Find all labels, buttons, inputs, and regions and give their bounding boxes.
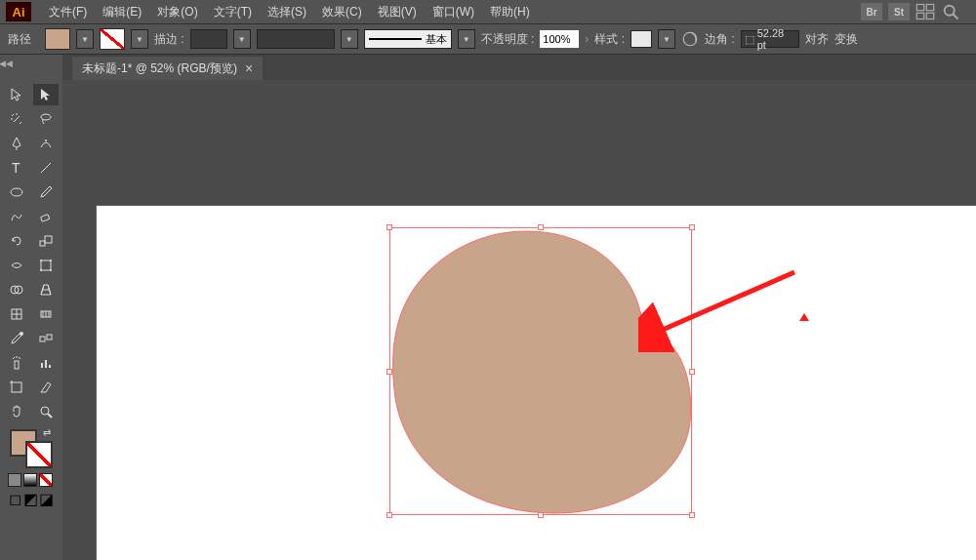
stock-icon[interactable]: St (888, 3, 910, 20)
column-graph-tool[interactable] (33, 352, 59, 374)
stroke-weight-input[interactable] (190, 29, 227, 49)
menu-window[interactable]: 窗口(W) (425, 4, 482, 20)
slice-tool[interactable] (33, 377, 59, 398)
draw-behind[interactable]: ◩ (23, 492, 37, 505)
control-bar: 路径 ▼ ▼ 描边 : ▼ ▼ 基本 ▼ 不透明度 : 100% › 样式 : … (0, 23, 976, 55)
menu-object[interactable]: 对象(O) (149, 4, 205, 20)
swap-colors-icon[interactable]: ⇄ (43, 427, 51, 438)
color-mode-row (4, 473, 59, 487)
tab-close-button[interactable]: × (245, 60, 253, 76)
magic-wand-tool[interactable] (4, 108, 29, 130)
curvature-tool[interactable] (33, 133, 59, 154)
annotation-arrow (638, 264, 804, 352)
ellipse-tool[interactable] (4, 181, 29, 203)
menu-edit[interactable]: 编辑(E) (95, 4, 149, 20)
svg-rect-35 (49, 365, 51, 368)
menu-effect[interactable]: 效果(C) (314, 4, 370, 20)
search-icon[interactable] (941, 3, 960, 20)
fill-dropdown[interactable]: ▼ (76, 29, 94, 49)
width-tool[interactable] (4, 255, 29, 276)
artboard[interactable] (96, 205, 976, 560)
align-button[interactable]: 对齐 (805, 31, 829, 48)
svg-rect-3 (926, 13, 934, 19)
symbol-sprayer-tool[interactable] (4, 352, 29, 374)
svg-rect-12 (40, 215, 49, 221)
document-tab[interactable]: 未标题-1* @ 52% (RGB/预览) × (72, 57, 263, 80)
menubar: Ai 文件(F) 编辑(E) 对象(O) 文字(T) 选择(S) 效果(C) 视… (0, 0, 976, 23)
svg-rect-31 (47, 335, 52, 340)
free-transform-tool[interactable] (33, 255, 59, 276)
svg-point-18 (40, 269, 42, 271)
bridge-icon[interactable]: Br (861, 3, 882, 20)
corner-label: 边角 : (705, 31, 735, 48)
selection-mode-label: 路径 (8, 31, 31, 48)
svg-point-19 (50, 269, 52, 271)
menu-file[interactable]: 文件(F) (41, 4, 95, 20)
style-label: 样式 : (594, 31, 625, 48)
draw-normal[interactable]: ◻ (8, 492, 21, 505)
fill-swatch[interactable] (45, 28, 70, 50)
panel-collapse-handle[interactable]: ◀◀ (0, 57, 12, 70)
shape-builder-tool[interactable] (4, 279, 29, 300)
brush-definition[interactable]: 基本 (364, 29, 452, 49)
line-tool[interactable] (33, 157, 59, 179)
opacity-input[interactable]: 100% (540, 30, 579, 48)
eraser-tool[interactable] (33, 206, 59, 227)
stroke-profile[interactable] (257, 29, 335, 49)
graphic-style[interactable] (630, 30, 652, 48)
menu-type[interactable]: 文字(T) (206, 4, 260, 20)
svg-rect-32 (15, 361, 19, 369)
document-tab-title: 未标题-1* @ 52% (RGB/预览) (82, 60, 237, 77)
menu-select[interactable]: 选择(S) (260, 4, 314, 20)
arrange-icon[interactable] (915, 3, 935, 20)
shaper-tool[interactable] (4, 206, 29, 227)
draw-modes: ◻ ◩ ◪ (4, 492, 59, 505)
pen-tool[interactable] (4, 133, 29, 154)
color-mode-solid[interactable] (8, 473, 21, 487)
fill-stroke-indicator[interactable]: ⇄ (4, 427, 59, 470)
menu-view[interactable]: 视图(V) (370, 4, 425, 20)
rotate-tool[interactable] (4, 230, 29, 252)
svg-line-40 (48, 414, 52, 418)
mesh-tool[interactable] (4, 303, 29, 325)
svg-rect-14 (45, 236, 52, 243)
type-tool[interactable]: T (4, 157, 29, 179)
lasso-tool[interactable] (33, 108, 59, 130)
svg-rect-36 (12, 382, 21, 392)
gradient-tool[interactable] (33, 303, 59, 325)
zoom-tool[interactable] (33, 401, 59, 422)
color-mode-gradient[interactable] (23, 473, 37, 487)
svg-point-11 (11, 188, 22, 196)
menu-help[interactable]: 帮助(H) (482, 4, 538, 20)
paintbrush-tool[interactable] (33, 181, 59, 203)
stroke-dropdown[interactable]: ▼ (131, 29, 148, 49)
direct-selection-tool[interactable] (33, 84, 59, 105)
svg-point-4 (945, 6, 955, 16)
draw-inside[interactable]: ◪ (39, 492, 53, 505)
selection-tool[interactable] (4, 84, 29, 105)
eyedropper-tool[interactable] (4, 328, 29, 349)
recolor-icon[interactable] (681, 30, 699, 48)
stroke-weight-dropdown[interactable]: ▼ (233, 29, 251, 49)
canvas-area[interactable] (62, 80, 976, 560)
stroke-profile-dropdown[interactable]: ▼ (341, 29, 358, 49)
hand-tool[interactable] (4, 401, 29, 422)
svg-line-10 (41, 163, 51, 173)
app-logo: Ai (6, 2, 31, 21)
svg-rect-30 (40, 337, 45, 341)
artboard-tool[interactable] (4, 377, 29, 398)
blend-tool[interactable] (33, 328, 59, 349)
corner-input[interactable]: ⬚52.28 pt (741, 30, 799, 48)
stroke-color-box[interactable] (25, 441, 53, 468)
stroke-swatch[interactable] (100, 28, 125, 50)
opacity-expand[interactable]: › (585, 32, 589, 46)
svg-point-8 (45, 140, 47, 141)
scale-tool[interactable] (33, 230, 59, 252)
color-mode-none[interactable] (39, 473, 53, 487)
annotation-triangle-icon (799, 313, 809, 321)
transform-button[interactable]: 变换 (834, 31, 858, 48)
perspective-tool[interactable] (33, 279, 59, 300)
brush-dropdown[interactable]: ▼ (458, 29, 475, 49)
svg-rect-0 (916, 5, 924, 11)
style-dropdown[interactable]: ▼ (658, 29, 675, 49)
